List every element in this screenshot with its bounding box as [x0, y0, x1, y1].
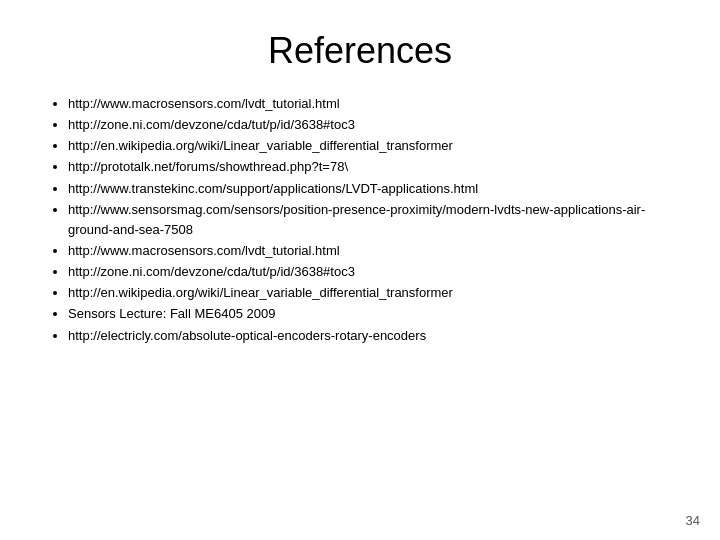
list-item: http://zone.ni.com/devzone/cda/tut/p/id/…: [68, 262, 680, 282]
list-item: http://www.sensorsmag.com/sensors/positi…: [68, 200, 680, 240]
slide-container: References http://www.macrosensors.com/l…: [0, 0, 720, 540]
list-item: http://electricly.com/absolute-optical-e…: [68, 326, 680, 346]
list-item: http://www.macrosensors.com/lvdt_tutoria…: [68, 94, 680, 114]
list-item: http://prototalk.net/forums/showthread.p…: [68, 157, 680, 177]
list-item: http://www.macrosensors.com/lvdt_tutoria…: [68, 241, 680, 261]
list-item: http://en.wikipedia.org/wiki/Linear_vari…: [68, 283, 680, 303]
references-list: http://www.macrosensors.com/lvdt_tutoria…: [40, 94, 680, 347]
list-item: Sensors Lecture: Fall ME6405 2009: [68, 304, 680, 324]
slide-title: References: [40, 30, 680, 72]
page-number: 34: [686, 513, 700, 528]
list-item: http://en.wikipedia.org/wiki/Linear_vari…: [68, 136, 680, 156]
list-item: http://zone.ni.com/devzone/cda/tut/p/id/…: [68, 115, 680, 135]
content-area: http://www.macrosensors.com/lvdt_tutoria…: [40, 94, 680, 510]
list-item: http://www.transtekinc.com/support/appli…: [68, 179, 680, 199]
